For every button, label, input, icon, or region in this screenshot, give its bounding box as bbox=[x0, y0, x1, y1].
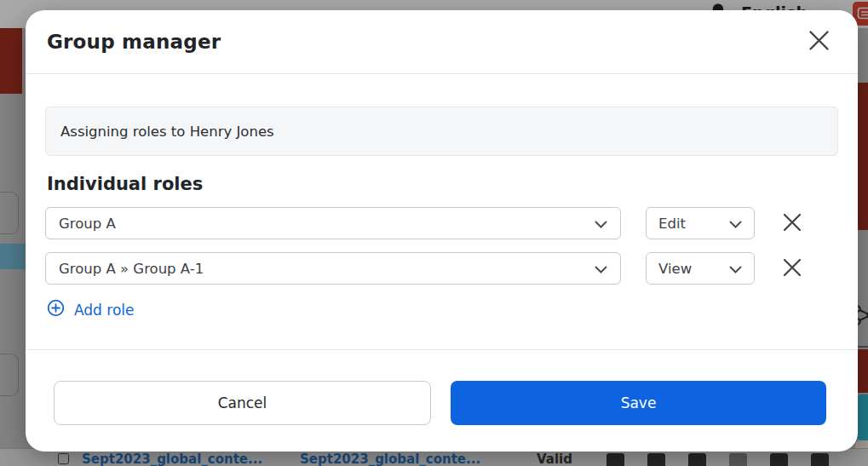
close-icon bbox=[782, 257, 802, 280]
group-select-value: Group A bbox=[59, 216, 116, 232]
chevron-down-icon bbox=[729, 261, 742, 277]
remove-role-button[interactable] bbox=[779, 256, 805, 281]
permission-select-value: Edit bbox=[658, 216, 686, 232]
remove-role-button[interactable] bbox=[779, 210, 805, 236]
individual-roles-heading: Individual roles bbox=[47, 174, 838, 194]
close-icon bbox=[808, 29, 831, 55]
dialog-title: Group manager bbox=[47, 31, 221, 53]
role-row: Group A Edit bbox=[45, 207, 805, 239]
dialog-body: Assigning roles to Henry Jones Individua… bbox=[26, 106, 858, 320]
cancel-button[interactable]: Cancel bbox=[54, 381, 431, 425]
group-select[interactable]: Group A bbox=[45, 207, 621, 239]
screen: English Sept2023_global_conte... Sept202… bbox=[0, 0, 868, 466]
permission-select-value: View bbox=[658, 261, 692, 277]
group-select[interactable]: Group A » Group A-1 bbox=[45, 252, 621, 285]
close-button[interactable] bbox=[806, 29, 831, 55]
group-select-value: Group A » Group A-1 bbox=[59, 261, 204, 277]
save-button[interactable]: Save bbox=[451, 381, 826, 425]
role-row: Group A » Group A-1 View bbox=[45, 252, 805, 285]
permission-select[interactable]: View bbox=[646, 252, 755, 285]
chevron-down-icon bbox=[729, 216, 742, 232]
add-role-button[interactable]: Add role bbox=[47, 299, 135, 320]
group-manager-dialog: Group manager Assigning roles to Henry J… bbox=[26, 10, 858, 452]
chevron-down-icon bbox=[595, 216, 607, 232]
close-icon bbox=[782, 212, 802, 235]
dialog-footer: Cancel Save bbox=[26, 349, 858, 452]
assignment-info-banner: Assigning roles to Henry Jones bbox=[45, 106, 838, 156]
chevron-down-icon bbox=[595, 261, 607, 277]
permission-select[interactable]: Edit bbox=[646, 207, 755, 239]
add-role-label: Add role bbox=[74, 302, 135, 319]
plus-circle-icon bbox=[47, 299, 65, 320]
dialog-header: Group manager bbox=[26, 10, 858, 74]
